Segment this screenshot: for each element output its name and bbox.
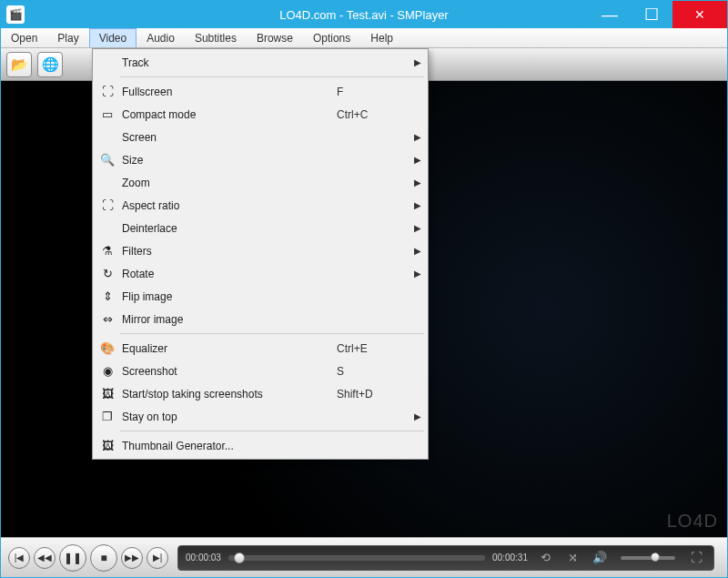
menuitem-deinterlace[interactable]: Deinterlace▶ bbox=[95, 217, 426, 239]
menuitem-accelerator: S bbox=[337, 365, 410, 378]
submenu-arrow-icon: ▶ bbox=[410, 223, 426, 233]
equalizer-icon: 🎨 bbox=[98, 341, 116, 355]
fullscreen-button[interactable]: ⛶ bbox=[686, 548, 706, 568]
start-stop-taking-screenshots-icon: 🖼 bbox=[98, 387, 116, 401]
menuitem-start-stop-taking-screenshots[interactable]: 🖼Start/stop taking screenshotsShift+D bbox=[95, 382, 426, 405]
rotate-icon: ↻ bbox=[98, 267, 116, 280]
time-total: 00:00:31 bbox=[492, 553, 528, 563]
menuitem-label: Size bbox=[122, 154, 337, 167]
prev-button[interactable]: |◀ bbox=[8, 547, 30, 569]
compact-mode-icon: ▭ bbox=[98, 107, 116, 121]
repeat-button[interactable]: ⟲ bbox=[535, 548, 555, 568]
menuitem-label: Filters bbox=[122, 245, 337, 258]
menuitem-mirror-image[interactable]: ⇔Mirror image bbox=[95, 308, 426, 330]
menuitem-equalizer[interactable]: 🎨EqualizerCtrl+E bbox=[95, 337, 426, 360]
volume-knob[interactable] bbox=[651, 553, 660, 562]
filters-icon: ⚗ bbox=[98, 244, 116, 258]
menuitem-accelerator: Ctrl+E bbox=[337, 342, 410, 355]
fullscreen-icon: ⛶ bbox=[98, 85, 116, 98]
menuitem-label: Track bbox=[122, 56, 337, 69]
submenu-arrow-icon: ▶ bbox=[410, 269, 426, 279]
open-file-button[interactable]: 📂 bbox=[6, 52, 32, 77]
volume-slider[interactable] bbox=[621, 556, 675, 560]
menuitem-size[interactable]: 🔍Size▶ bbox=[95, 148, 426, 171]
menuitem-track[interactable]: Track▶ bbox=[95, 51, 426, 74]
menuitem-aspect-ratio[interactable]: ⛶Aspect ratio▶ bbox=[95, 194, 426, 217]
submenu-arrow-icon: ▶ bbox=[410, 155, 426, 165]
time-current: 00:00:03 bbox=[186, 553, 221, 563]
menu-separator bbox=[120, 76, 424, 77]
menuitem-fullscreen[interactable]: ⛶FullscreenF bbox=[95, 80, 426, 103]
mute-button[interactable]: 🔊 bbox=[590, 548, 610, 568]
menuitem-label: Mirror image bbox=[122, 313, 337, 326]
menu-subtitles[interactable]: Subtitles bbox=[185, 28, 247, 47]
window-buttons: — ☐ ✕ bbox=[589, 1, 727, 28]
stop-button[interactable]: ■ bbox=[90, 544, 117, 572]
submenu-arrow-icon: ▶ bbox=[410, 411, 426, 421]
menuitem-screen[interactable]: Screen▶ bbox=[95, 126, 426, 148]
menu-play[interactable]: Play bbox=[47, 28, 88, 47]
video-menu-dropdown: Track▶⛶FullscreenF▭Compact modeCtrl+CScr… bbox=[92, 48, 429, 460]
stay-on-top-icon: ❐ bbox=[98, 410, 116, 423]
seek-slider[interactable] bbox=[228, 555, 485, 561]
submenu-arrow-icon: ▶ bbox=[410, 57, 426, 67]
shuffle-button[interactable]: ⤨ bbox=[562, 548, 582, 568]
seek-knob[interactable] bbox=[234, 553, 245, 563]
menuitem-label: Compact mode bbox=[122, 108, 337, 121]
menu-open[interactable]: Open bbox=[1, 28, 47, 47]
seek-area: 00:00:03 00:00:31 ⟲ ⤨ 🔊 ⛶ bbox=[177, 545, 714, 571]
submenu-arrow-icon: ▶ bbox=[410, 200, 426, 210]
menuitem-accelerator: Shift+D bbox=[337, 388, 410, 401]
menu-options[interactable]: Options bbox=[303, 28, 360, 47]
menu-help[interactable]: Help bbox=[360, 28, 403, 47]
screenshot-icon: ◉ bbox=[98, 364, 116, 378]
menuitem-zoom[interactable]: Zoom▶ bbox=[95, 171, 426, 194]
menu-video[interactable]: Video bbox=[89, 28, 136, 47]
flip-image-icon: ⇕ bbox=[98, 289, 116, 303]
menu-separator bbox=[120, 431, 424, 431]
next-button[interactable]: ▶| bbox=[147, 547, 168, 569]
menuitem-filters[interactable]: ⚗Filters▶ bbox=[95, 239, 426, 262]
menu-browse[interactable]: Browse bbox=[247, 28, 303, 47]
submenu-arrow-icon: ▶ bbox=[410, 246, 426, 256]
menu-separator bbox=[120, 333, 424, 334]
close-button[interactable]: ✕ bbox=[672, 1, 727, 28]
menuitem-label: Deinterlace bbox=[122, 222, 337, 235]
menuitem-label: Screenshot bbox=[122, 365, 337, 378]
menuitem-flip-image[interactable]: ⇕Flip image bbox=[95, 285, 426, 308]
menuitem-label: Zoom bbox=[122, 177, 337, 189]
menubar: OpenPlayVideoAudioSubtitlesBrowseOptions… bbox=[1, 28, 727, 48]
maximize-button[interactable]: ☐ bbox=[631, 1, 672, 28]
forward-button[interactable]: ▶▶ bbox=[121, 547, 143, 569]
menuitem-stay-on-top[interactable]: ❐Stay on top▶ bbox=[95, 405, 426, 428]
rewind-button[interactable]: ◀◀ bbox=[34, 547, 56, 569]
menuitem-compact-mode[interactable]: ▭Compact modeCtrl+C bbox=[95, 103, 426, 126]
submenu-arrow-icon: ▶ bbox=[410, 177, 426, 188]
menuitem-label: Start/stop taking screenshots bbox=[122, 388, 337, 401]
menuitem-accelerator: Ctrl+C bbox=[337, 108, 410, 121]
menuitem-label: Equalizer bbox=[122, 342, 337, 355]
mirror-image-icon: ⇔ bbox=[98, 312, 116, 326]
menuitem-label: Stay on top bbox=[122, 411, 337, 423]
aspect-ratio-icon: ⛶ bbox=[98, 198, 116, 212]
menuitem-label: Rotate bbox=[122, 268, 337, 280]
menuitem-rotate[interactable]: ↻Rotate▶ bbox=[95, 262, 426, 285]
menuitem-label: Thumbnail Generator... bbox=[122, 440, 337, 452]
pause-button[interactable]: ❚❚ bbox=[59, 544, 86, 572]
controls-bar: |◀ ◀◀ ❚❚ ■ ▶▶ ▶| 00:00:03 00:00:31 ⟲ ⤨ 🔊… bbox=[1, 537, 727, 577]
watermark: LO4D bbox=[667, 511, 718, 532]
submenu-arrow-icon: ▶ bbox=[410, 132, 426, 142]
minimize-button[interactable]: — bbox=[589, 1, 631, 28]
menuitem-screenshot[interactable]: ◉ScreenshotS bbox=[95, 360, 426, 382]
thumbnail-generator-icon: 🖼 bbox=[98, 439, 116, 452]
menuitem-label: Flip image bbox=[122, 290, 337, 303]
size-icon: 🔍 bbox=[98, 153, 116, 167]
titlebar: 🎬 LO4D.com - Test.avi - SMPlayer — ☐ ✕ bbox=[1, 1, 727, 28]
app-icon: 🎬 bbox=[6, 5, 25, 24]
menu-audio[interactable]: Audio bbox=[136, 28, 185, 47]
open-url-button[interactable]: 🌐 bbox=[37, 52, 63, 77]
menuitem-thumbnail-generator[interactable]: 🖼Thumbnail Generator... bbox=[95, 434, 426, 457]
menuitem-label: Screen bbox=[122, 131, 337, 144]
menuitem-accelerator: F bbox=[337, 86, 410, 98]
menuitem-label: Fullscreen bbox=[122, 86, 337, 98]
